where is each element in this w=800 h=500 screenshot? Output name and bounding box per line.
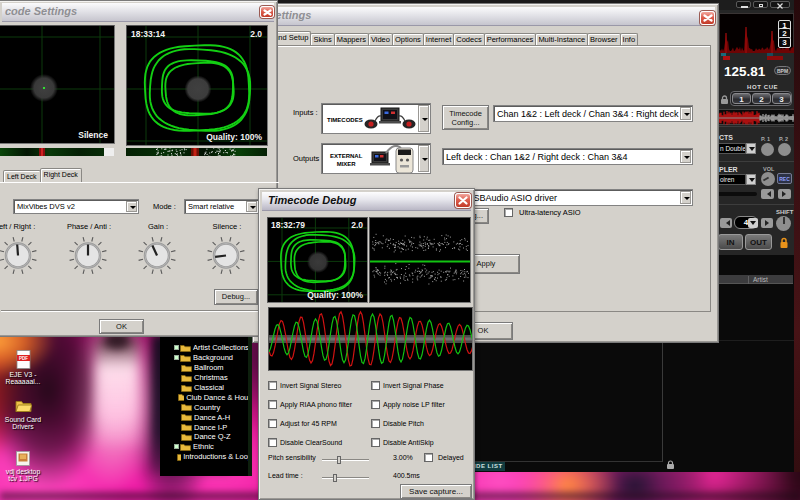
svg-text:PDF: PDF — [19, 356, 28, 361]
